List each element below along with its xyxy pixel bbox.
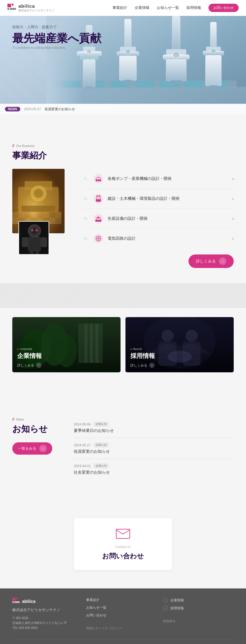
business-images [12,169,74,255]
svg-rect-3 [10,8,16,10]
svg-rect-36 [205,55,221,86]
business-section-title: 事業紹介 [12,150,234,161]
business-section: Our Business 事業紹介 [0,131,246,283]
news-entry-2[interactable]: 2024.04.01 お知らせ 社名変更のお知らせ [74,459,234,479]
biz-label-3: 生産設備の設計・開発 [108,216,228,221]
footer-corporate-arrow-icon: › [163,598,168,603]
footer-nav-contact[interactable]: お問い合わせ [86,613,157,618]
svg-rect-20 [85,87,93,89]
news-section: News お知らせ 一覧をみる › 2024.08.06 お知らせ 夏季休業日の… [0,405,246,495]
svg-rect-1 [12,4,14,6]
footer-logo-area: abilica 株式会社アビリカサンテクノ 〒300-0036 茨城県土浦市大和… [12,598,74,630]
svg-rect-47 [49,212,55,218]
svg-rect-27 [172,16,180,53]
news-left: News お知らせ 一覧をみる › [12,417,62,479]
hero-subtitle: 技術力・人間力・提案力で [12,25,101,30]
biz-item-1[interactable]: 01 各種ポンプ・産業機械の設計・開発 › [84,169,234,189]
nav-business[interactable]: 事業紹介 [113,5,127,10]
footer-recruit-arrow-icon: › [163,606,168,611]
recruit-link-arrow-icon: › [149,363,155,368]
footer-logo: abilica [12,598,74,605]
news-entry-0[interactable]: 2024.08.06 お知らせ 夏季休業日のお知らせ [74,417,234,438]
svg-point-71 [35,229,38,231]
svg-rect-2 [7,8,9,10]
news-right: 2024.08.06 お知らせ 夏季休業日のお知らせ 2024.05.27 お知… [74,417,234,479]
business-sub-image-inner [19,222,49,254]
svg-rect-68 [30,251,34,255]
svg-rect-44 [31,212,37,218]
corporate-link[interactable]: 詳しくみる › [17,363,116,368]
svg-rect-75 [97,179,99,181]
svg-rect-0 [7,4,11,7]
svg-point-73 [96,180,97,181]
svg-rect-61 [22,206,55,212]
footer-nav-info[interactable]: 情報提供 [163,619,234,623]
svg-rect-12 [184,81,203,87]
biz-icon-4 [93,233,104,244]
news-date-2: 2024.04.01 [74,464,91,468]
recruit-title: 採用情報 [130,352,229,360]
svg-rect-33 [210,22,216,50]
biz-item-2[interactable]: 02 建設・土木機械・環境製品の設計・開発 › [84,189,234,209]
logo-text: abilica [18,3,54,9]
footer-address: 〒300-0036 茨城県土浦市大和町9-3 ウララ3ビル 7F TEL:029… [12,616,74,630]
news-date-1: 2024.05.27 [74,443,91,447]
footer-nav-business[interactable]: 事業紹介 [86,598,157,602]
footer-nav: 事業紹介 お知らせ一覧 お問い合わせ 情報セキュリティポリシー › 企業情報 [86,598,234,630]
nav-news[interactable]: お知らせ一覧 [157,5,179,10]
card-corporate[interactable]: Corporate 企業情報 詳しくみる › [12,317,121,372]
footer-nav-col2: › 企業情報 › 採用情報 情報提供 [163,598,234,630]
hero-en: To contribute to cutting-edge industries… [12,46,101,49]
svg-rect-21 [125,19,131,50]
biz-num-2: 02 [84,197,89,200]
svg-point-70 [31,229,34,231]
news-title-2: 社名変更のお知らせ [74,470,234,475]
biz-icon-3 [93,213,104,224]
biz-num-1: 01 [84,177,89,180]
hero-news-date: 2024.05.27 [24,107,41,111]
svg-rect-48 [55,212,62,218]
news-list-button[interactable]: 一覧をみる › [12,442,52,455]
footer-top: abilica 株式会社アビリカサンテクノ 〒300-0036 茨城県土浦市大和… [12,598,234,637]
hero-title: 最先端産業へ貢献 [12,32,101,45]
contact-box[interactable]: Contact Us お問い合わせ [74,518,172,570]
logo-icon [7,4,16,12]
biz-detail-button[interactable]: 詳しくみる › [188,254,234,268]
news-entry-1[interactable]: 2024.05.27 お知らせ 役員変更のお知らせ [74,438,234,459]
footer-nav-news-list[interactable]: お知らせ一覧 [86,605,157,610]
biz-arrow-2: › [232,196,234,201]
svg-rect-83 [95,220,101,222]
svg-rect-67 [41,238,47,247]
footer: abilica 株式会社アビリカサンテクノ 〒300-0036 茨城県土浦市大和… [0,588,246,644]
news-tag-2: お知らせ [93,463,109,468]
gray-band [0,283,246,308]
card-recruit[interactable]: Recruit 採用情報 詳しくみる › [125,317,234,372]
biz-icon-1 [93,173,104,184]
nav-recruit[interactable]: 採用情報 [186,5,201,10]
biz-label-4: 電気回路の設計 [108,236,228,241]
svg-point-84 [97,217,99,219]
business-sub-image [18,221,49,255]
cards-section: Corporate 企業情報 詳しくみる › [0,308,246,388]
news-tag-0: お知らせ [93,421,109,427]
biz-item-4[interactable]: 04 電気回路の設計 › [84,229,234,248]
recruit-link[interactable]: 詳しくみる › [130,363,229,368]
svg-rect-45 [37,212,43,218]
news-badge: NEWS [5,107,20,111]
svg-rect-66 [22,238,28,247]
footer-nav-corporate[interactable]: › 企業情報 [163,598,234,603]
biz-item-3[interactable]: 03 生産設備の設計・開発 › [84,209,234,229]
svg-rect-55 [49,218,55,224]
svg-point-74 [99,180,101,181]
section-gap-2 [0,388,246,405]
svg-rect-24 [119,56,137,80]
header-contact-button[interactable]: お問い合わせ [208,4,239,12]
svg-rect-56 [55,218,62,224]
contact-section: Contact Us お問い合わせ [0,512,246,588]
nav-corporate[interactable]: 企業情報 [135,5,149,10]
svg-rect-43 [25,212,31,218]
footer-nav-security[interactable]: 情報セキュリティポリシー [86,626,157,630]
svg-rect-65 [28,237,41,251]
biz-icon-2 [93,193,104,204]
footer-nav-recruit[interactable]: › 採用情報 [163,606,234,611]
